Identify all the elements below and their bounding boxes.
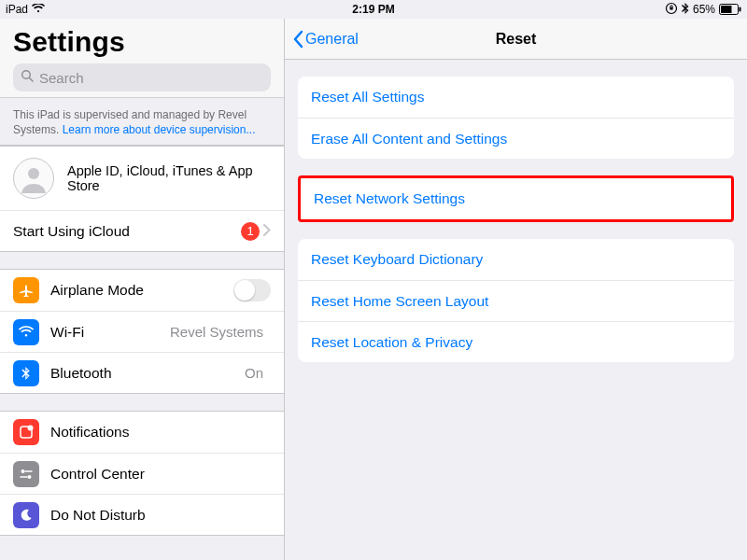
svg-point-12 — [28, 475, 32, 479]
control-center-row[interactable]: Control Center — [0, 453, 284, 494]
notifications-icon — [13, 419, 39, 445]
svg-rect-4 — [740, 7, 741, 12]
main-title: Reset — [496, 31, 537, 48]
do-not-disturb-row[interactable]: Do Not Disturb — [0, 494, 284, 535]
wifi-label: Wi-Fi — [50, 324, 170, 341]
avatar — [13, 158, 54, 199]
bluetooth-value: On — [245, 365, 263, 381]
status-time: 2:19 PM — [352, 3, 394, 16]
notifications-row[interactable]: Notifications — [0, 412, 284, 453]
wifi-icon — [32, 3, 45, 16]
airplane-icon — [13, 277, 39, 303]
page-title: Settings — [13, 26, 271, 63]
airplane-label: Airplane Mode — [50, 282, 233, 299]
settings-sidebar: Settings This iPad is supervised and man… — [0, 19, 285, 560]
svg-rect-3 — [721, 6, 732, 13]
notifications-label: Notifications — [50, 424, 271, 441]
status-bar: iPad 2:19 PM 65% — [0, 0, 747, 19]
search-icon — [21, 69, 34, 86]
search-field[interactable] — [13, 63, 271, 91]
reset-location-privacy[interactable]: Reset Location & Privacy — [298, 321, 734, 362]
svg-point-7 — [28, 168, 39, 179]
airplane-mode-row[interactable]: Airplane Mode — [0, 270, 284, 311]
battery-percent: 65% — [693, 3, 715, 16]
svg-line-6 — [30, 78, 34, 82]
apple-id-label: Apple ID, iCloud, iTunes & App Store — [67, 163, 271, 193]
control-center-label: Control Center — [50, 466, 271, 483]
chevron-right-icon — [263, 223, 271, 240]
search-input[interactable] — [39, 70, 263, 86]
erase-all-content[interactable]: Erase All Content and Settings — [298, 118, 734, 159]
start-using-icloud-row[interactable]: Start Using iCloud 1 — [0, 210, 284, 251]
back-label: General — [305, 31, 359, 48]
svg-rect-1 — [669, 7, 672, 9]
icloud-label: Start Using iCloud — [13, 223, 241, 240]
badge: 1 — [241, 222, 260, 241]
highlighted-section: Reset Network Settings — [298, 175, 734, 222]
reset-keyboard-dictionary[interactable]: Reset Keyboard Dictionary — [298, 239, 734, 280]
nav-bar: General Reset — [285, 19, 747, 60]
svg-point-9 — [28, 426, 34, 431]
device-label: iPad — [6, 3, 28, 16]
apple-id-row[interactable]: Apple ID, iCloud, iTunes & App Store — [0, 147, 284, 210]
supervised-link[interactable]: Learn more about device supervision... — [63, 123, 256, 136]
supervised-notice: This iPad is supervised and managed by R… — [0, 98, 284, 146]
reset-all-settings[interactable]: Reset All Settings — [298, 77, 734, 118]
wifi-row[interactable]: Wi-Fi Revel Systems — [0, 311, 284, 352]
dnd-label: Do Not Disturb — [50, 507, 271, 524]
orientation-lock-icon — [665, 2, 678, 18]
main-panel: General Reset Reset All Settings Erase A… — [285, 19, 747, 560]
bluetooth-row[interactable]: Bluetooth On — [0, 352, 284, 393]
bluetooth-status-icon — [682, 3, 689, 17]
bluetooth-icon — [13, 360, 39, 386]
back-button[interactable]: General — [292, 19, 359, 59]
moon-icon — [13, 502, 39, 528]
reset-home-screen-layout[interactable]: Reset Home Screen Layout — [298, 280, 734, 321]
control-center-icon — [13, 461, 39, 487]
reset-network-settings[interactable]: Reset Network Settings — [301, 178, 731, 219]
wifi-settings-icon — [13, 319, 39, 345]
svg-point-10 — [21, 469, 25, 473]
airplane-toggle[interactable] — [233, 279, 271, 301]
bluetooth-label: Bluetooth — [50, 365, 245, 382]
wifi-value: Revel Systems — [170, 324, 263, 340]
battery-icon — [719, 4, 741, 15]
